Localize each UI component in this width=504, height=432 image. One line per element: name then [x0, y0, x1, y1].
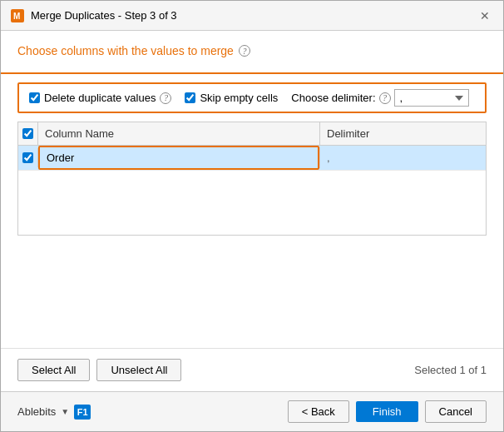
- svg-text:M: M: [13, 12, 20, 21]
- cancel-button[interactable]: Cancel: [425, 400, 487, 423]
- bottom-action-bar: Select All Unselect All Selected 1 of 1: [1, 348, 503, 391]
- back-button[interactable]: < Back: [288, 400, 349, 423]
- f1-badge[interactable]: F1: [74, 405, 91, 420]
- footer-buttons: < Back Finish Cancel: [288, 400, 487, 423]
- skip-empty-option: Skip empty cells: [185, 92, 278, 104]
- delimiter-header: Delimiter: [319, 122, 486, 145]
- dialog-title: Merge Duplicates - Step 3 of 3: [31, 9, 177, 22]
- delete-duplicate-option: Delete duplicate values ?: [29, 92, 171, 104]
- column-name-header: Column Name: [38, 122, 319, 145]
- header-section: Choose columns with the values to merge …: [1, 31, 503, 74]
- brand-dropdown-icon[interactable]: ▼: [61, 407, 69, 416]
- delete-duplicate-checkbox[interactable]: [29, 92, 40, 103]
- select-all-button[interactable]: Select All: [17, 359, 90, 381]
- dialog-body: Choose columns with the values to merge …: [1, 31, 503, 431]
- delimiter-help-icon[interactable]: ?: [379, 92, 391, 104]
- selected-info: Selected 1 of 1: [414, 364, 487, 376]
- header-checkbox[interactable]: [22, 128, 33, 139]
- dialog-window: M Merge Duplicates - Step 3 of 3 ✕ Choos…: [0, 0, 504, 432]
- close-button[interactable]: ✕: [477, 7, 493, 24]
- row-checkbox-cell: [18, 148, 38, 167]
- title-bar-left: M Merge Duplicates - Step 3 of 3: [11, 9, 177, 22]
- skip-empty-checkbox[interactable]: [185, 92, 195, 103]
- delimiter-select[interactable]: , ; |: [394, 89, 469, 107]
- header-checkbox-cell: [18, 122, 38, 145]
- brand-name: Ablebits: [17, 405, 56, 418]
- brand-area: Ablebits ▼ F1: [17, 405, 91, 420]
- row-checkbox[interactable]: [22, 152, 33, 163]
- skip-empty-label[interactable]: Skip empty cells: [185, 92, 278, 104]
- row-delimiter: ,: [319, 147, 486, 168]
- header-help-icon[interactable]: ?: [239, 45, 250, 57]
- columns-table: Column Name Delimiter Order ,: [17, 122, 487, 236]
- title-bar: M Merge Duplicates - Step 3 of 3 ✕: [1, 1, 503, 31]
- table-row[interactable]: Order ,: [18, 146, 486, 171]
- row-column-name: Order: [38, 146, 319, 170]
- finish-button[interactable]: Finish: [356, 401, 418, 422]
- delimiter-label-area: Choose delimiter: ? , ; |: [291, 89, 468, 107]
- footer-bar: Ablebits ▼ F1 < Back Finish Cancel: [1, 391, 503, 431]
- app-icon: M: [11, 9, 24, 22]
- options-bar: Delete duplicate values ? Skip empty cel…: [17, 82, 487, 113]
- header-title: Choose columns with the values to merge …: [17, 44, 487, 57]
- delete-duplicate-label[interactable]: Delete duplicate values: [29, 92, 156, 104]
- delete-duplicate-help-icon[interactable]: ?: [160, 92, 171, 104]
- table-header: Column Name Delimiter: [18, 122, 486, 146]
- unselect-all-button[interactable]: Unselect All: [96, 359, 181, 381]
